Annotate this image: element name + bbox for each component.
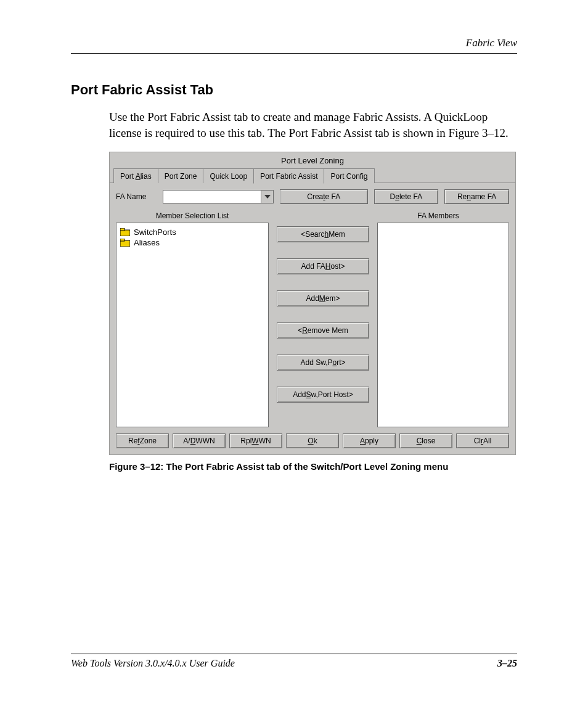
addswporthost-button[interactable]: Add Sw,Port Host> [277,387,369,403]
list-item-label: SwitchPorts [134,228,176,237]
svg-marker-0 [264,195,271,199]
list-item[interactable]: Aliases [119,237,266,248]
fa-name-combo[interactable] [163,190,274,203]
chevron-down-icon [264,195,271,199]
adwwn-button[interactable]: A/D WWN [173,433,226,448]
tab-port-zone[interactable]: Port Zone [158,168,204,183]
running-head: Fabric View [71,37,517,49]
footer-rule [71,654,517,654]
tab-quick-loop[interactable]: Quick Loop [203,168,254,183]
tab-port-fabric-assist[interactable]: Port Fabric Assist [253,168,324,184]
svg-rect-4 [120,239,125,241]
list-headers: Member Selection List FA Members [116,211,509,220]
three-column-area: SwitchPortsAliases <Search MemAdd FA Hos… [116,223,509,427]
app-title: Port Level Zoning [110,152,515,168]
bottom-button-bar: Ref ZoneA/D WWNRpl WWNOkApplyCloseClr Al… [110,427,515,454]
tab-port-config[interactable]: Port Config [324,168,374,183]
list-item-label: Aliases [134,238,160,247]
footer-row: Web Tools Version 3.0.x/4.0.x User Guide… [71,658,517,669]
rename-fa-button[interactable]: Rename FA [444,189,509,204]
page-footer: Web Tools Version 3.0.x/4.0.x User Guide… [71,654,517,669]
rplwwn-button[interactable]: Rpl WWN [229,433,282,448]
refzone-button[interactable]: Ref Zone [116,433,169,448]
addmem-button[interactable]: Add Mem> [277,290,369,306]
close-button[interactable]: Close [399,433,452,448]
folder-icon [120,228,130,236]
addfahost-button[interactable]: Add FA Host> [277,258,369,274]
fa-members-header: FA Members [367,211,509,220]
member-selection-list[interactable]: SwitchPortsAliases [116,223,269,427]
addswport-button[interactable]: Add Sw,Port> [277,355,369,371]
removemem-button[interactable]: <Remove Mem [277,322,369,339]
footer-left: Web Tools Version 3.0.x/4.0.x User Guide [71,658,235,669]
tab-body: FA Name Create FA Delete FA Renam [110,183,515,427]
search-button[interactable]: <Search Mem [277,226,369,242]
transfer-buttons-column: <Search MemAdd FA Host>Add Mem><Remove M… [274,223,372,427]
footer-page-number: 3–25 [497,658,517,669]
fa-name-row: FA Name Create FA Delete FA Renam [116,189,509,204]
figure-wrap: Port Level Zoning Port AliasPort ZoneQui… [109,152,517,472]
list-item[interactable]: SwitchPorts [119,227,266,237]
folder-icon [120,239,130,247]
tab-port-alias[interactable]: Port Alias [113,168,158,183]
svg-rect-2 [120,228,125,231]
figure-caption: Figure 3–12: The Port Fabric Assist tab … [109,461,517,472]
clrall-button[interactable]: Clr All [456,433,509,448]
delete-fa-button[interactable]: Delete FA [374,189,439,204]
fa-name-input[interactable] [163,191,261,203]
app-window: Port Level Zoning Port AliasPort ZoneQui… [109,152,516,455]
member-selection-list-header: Member Selection List [116,211,269,220]
section-title: Port Fabric Assist Tab [71,82,517,98]
section-body: Use the Port Fabric Assist tab to create… [109,109,517,141]
fa-members-list[interactable] [377,223,509,427]
fa-name-label: FA Name [116,192,157,201]
top-rule [71,53,517,54]
apply-button[interactable]: Apply [343,433,396,448]
tab-strip: Port AliasPort ZoneQuick LoopPort Fabric… [110,168,515,183]
create-fa-button[interactable]: Create FA [280,189,367,204]
fa-name-dropdown-button[interactable] [261,191,273,203]
ok-button[interactable]: Ok [286,433,339,448]
